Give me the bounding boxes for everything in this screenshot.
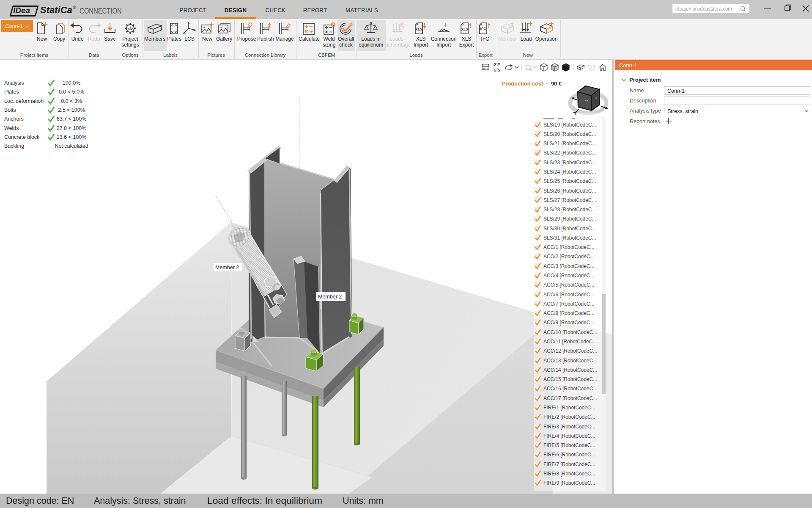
svg-text:XLS: XLS [415, 27, 422, 31]
svg-text:x: x [595, 97, 597, 99]
svg-text:Member 2: Member 2 [215, 265, 239, 271]
svg-text:+Y: +Y [585, 99, 589, 102]
svg-text:Member 2: Member 2 [318, 294, 342, 300]
svg-text:XLS: XLS [461, 27, 468, 31]
svg-text:IFC: IFC [480, 27, 486, 31]
